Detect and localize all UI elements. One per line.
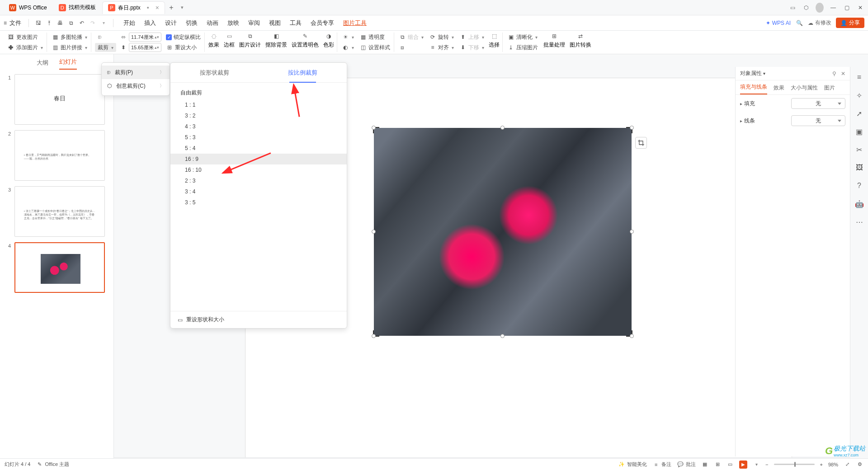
zoom-slider[interactable] (774, 464, 815, 465)
tab-crop-by-shape[interactable]: 按形状裁剪 (170, 63, 259, 82)
menu-design[interactable]: 设计 (165, 19, 177, 27)
sidebar-tool-icon[interactable]: ✂ (854, 145, 864, 155)
menu-member[interactable]: 会员专享 (311, 19, 334, 27)
smart-beautify-button[interactable]: ✨智能美化 (618, 461, 647, 468)
ratio-3-2[interactable]: 3 : 2 (170, 110, 347, 121)
view-grid-icon[interactable]: ⊞ (714, 461, 721, 467)
comments-button[interactable]: 💬批注 (677, 461, 696, 468)
sidebar-toggle-icon[interactable]: ≡ (854, 72, 864, 82)
multi-rotate-button[interactable]: ▦多图轮播▾ (51, 33, 88, 42)
tab-templates[interactable]: D 找稻壳模板 (53, 1, 101, 14)
set-transparent-button[interactable]: ✎设置透明色 (292, 33, 319, 52)
width-input[interactable]: 11.74厘米▴▾ (129, 33, 161, 42)
tab-menu-icon[interactable]: ▾ (177, 5, 188, 10)
tab-wps-home[interactable]: W WPS Office (4, 1, 52, 14)
export-icon[interactable]: ⭱ (45, 20, 53, 26)
slides-tab[interactable]: 幻灯片 (59, 58, 77, 70)
menu-start[interactable]: 开始 (123, 19, 135, 27)
file-menu[interactable]: 文件 (9, 19, 21, 27)
picture-join-button[interactable]: ▥图片拼接▾ (51, 43, 88, 52)
ratio-4-3[interactable]: 4 : 3 (170, 121, 347, 132)
add-picture-button[interactable]: 🞥添加图片▾ (6, 43, 44, 52)
zoom-out-icon[interactable]: − (765, 462, 768, 467)
slide-thumb-4[interactable] (14, 242, 105, 293)
crop-float-button[interactable] (635, 137, 647, 149)
sidebar-help-icon[interactable]: ? (854, 181, 864, 191)
hamburger-icon[interactable]: ≡ (4, 20, 7, 26)
theme-status[interactable]: ✎Office 主题 (36, 461, 69, 468)
ratio-16-9[interactable]: 16 : 9 (170, 154, 347, 164)
minimize-icon[interactable]: — (829, 5, 837, 11)
color-button[interactable]: ◑色彩 (323, 33, 334, 52)
resize-handle[interactable] (630, 126, 634, 130)
clarity-button[interactable]: ▣清晰化▾ (506, 33, 539, 42)
zoom-in-icon[interactable]: + (820, 462, 823, 467)
window-multi-icon[interactable]: ▭ (788, 5, 797, 11)
slide-thumb-3[interactable]: • 张士三看骤一个成长中的"春日春之"；北上中国的历史从…满地名…第三唐元传后一… (14, 186, 105, 237)
selected-image[interactable] (374, 128, 632, 336)
crop-menu-creative[interactable]: ⬡创意裁剪(C) 〉 (102, 79, 170, 93)
menu-transition[interactable]: 切换 (186, 19, 198, 27)
line-select[interactable]: 无 (791, 115, 845, 126)
crop-button[interactable]: 裁剪▾ (95, 43, 116, 52)
reset-shape-size[interactable]: ▭ 重设形状和大小 (170, 311, 347, 328)
close-tab-icon[interactable]: × (156, 4, 159, 11)
rp-tab-effect[interactable]: 效果 (774, 84, 784, 94)
close-panel-icon[interactable]: ✕ (841, 70, 845, 77)
wps-ai-button[interactable]: ✦WPS AI (766, 20, 791, 26)
rp-tab-size[interactable]: 大小与属性 (791, 84, 818, 94)
rp-tab-fill[interactable]: 填充与线条 (740, 83, 767, 94)
brightness-button[interactable]: ☀▾ (341, 33, 355, 42)
menu-view[interactable]: 视图 (269, 19, 281, 27)
resize-handle[interactable] (372, 334, 376, 338)
sidebar-robot-icon[interactable]: 🤖 (854, 199, 864, 209)
view-reading-icon[interactable]: ▭ (726, 461, 734, 467)
resize-handle[interactable] (372, 126, 376, 130)
settings-icon[interactable]: ⚙ (856, 461, 863, 467)
resize-handle[interactable] (500, 126, 505, 130)
sidebar-image-icon[interactable]: 🖼 (854, 163, 864, 173)
sidebar-arrow-icon[interactable]: ➚ (854, 108, 864, 118)
tab-crop-by-ratio[interactable]: 按比例裁剪 (259, 63, 347, 82)
convert-button[interactable]: ⇄图片转换 (570, 33, 591, 52)
undo-icon[interactable]: ↶ (78, 20, 86, 26)
menu-insert[interactable]: 插入 (144, 19, 156, 27)
avatar[interactable] (816, 3, 824, 13)
redo-icon[interactable]: ↷ (89, 20, 97, 26)
ratio-16-10[interactable]: 16 : 10 (170, 164, 347, 175)
zoom-value[interactable]: 98% (828, 462, 838, 467)
lock-ratio-checkbox[interactable]: ✓锁定纵横比 (165, 33, 202, 42)
menu-review[interactable]: 审阅 (248, 19, 260, 27)
new-tab-button[interactable]: + (166, 4, 177, 12)
crop-shape-icon[interactable]: ⟄ (95, 33, 116, 42)
menu-tools[interactable]: 工具 (290, 19, 302, 27)
effect-button[interactable]: ◌效果 (208, 33, 219, 52)
fit-screen-icon[interactable]: ⤢ (844, 461, 851, 467)
preview-icon[interactable]: ⧉ (67, 20, 75, 26)
menu-animation[interactable]: 动画 (207, 19, 218, 27)
batch-button[interactable]: ⊞批量处理 (543, 33, 565, 52)
play-dropdown-icon[interactable]: ▾ (753, 462, 760, 467)
more-icon[interactable]: ▾ (99, 20, 108, 25)
print-icon[interactable]: 🖶 (56, 20, 64, 26)
fill-select[interactable]: 无 (791, 98, 845, 109)
resize-handle[interactable] (630, 230, 634, 234)
crop-menu-crop[interactable]: ⟄裁剪(P) 〉 (102, 66, 170, 79)
ratio-2-3[interactable]: 2 : 3 (170, 175, 347, 186)
resize-handle[interactable] (630, 334, 634, 338)
height-input[interactable]: 15.65厘米▴▾ (129, 43, 161, 52)
fill-label[interactable]: 填充 (740, 100, 755, 108)
change-picture-button[interactable]: 🖼更改图片 (6, 33, 44, 42)
line-label[interactable]: 线条 (740, 117, 755, 125)
reset-size-button[interactable]: ⊞重设大小 (165, 43, 202, 52)
view-normal-icon[interactable]: ▦ (701, 461, 708, 467)
ratio-1-1[interactable]: 1 : 1 (170, 99, 347, 110)
save-icon[interactable]: 🖫 (34, 20, 42, 26)
cloud-sync-status[interactable]: ☁有修改 (808, 19, 831, 27)
ratio-3-4[interactable]: 3 : 4 (170, 186, 347, 197)
ratio-3-5[interactable]: 3 : 5 (170, 197, 347, 208)
ratio-5-4[interactable]: 5 : 4 (170, 143, 347, 154)
menu-picture-tools[interactable]: 图片工具 (343, 19, 367, 27)
contrast-button[interactable]: ◐▾ (341, 43, 355, 52)
pic-design-button[interactable]: ⧉图片设计 (239, 33, 261, 52)
